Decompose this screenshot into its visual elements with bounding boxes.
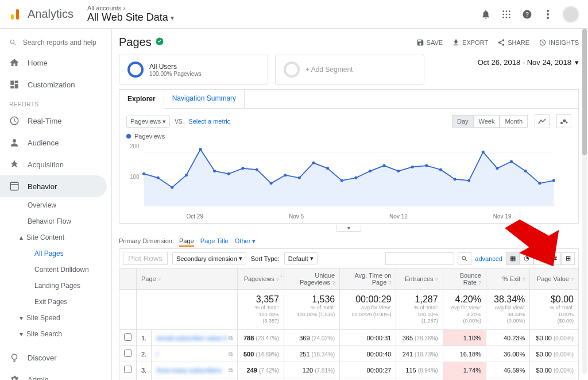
viz-table[interactable]: ▦: [506, 252, 520, 265]
viz-pivot[interactable]: ⊞: [561, 252, 575, 265]
table-search-input[interactable]: [385, 252, 454, 265]
table-row: 2. /⧉ 500(14.89%) 251(16.34%) 00:00:40 2…: [119, 346, 579, 362]
col-avgtime[interactable]: Avg. Time on Page ?: [340, 268, 396, 290]
svg-point-38: [270, 182, 273, 185]
advanced-link[interactable]: advanced: [475, 255, 502, 262]
add-segment[interactable]: + Add Segment: [275, 55, 424, 85]
dimension-page-title[interactable]: Page Title: [200, 237, 229, 244]
product-logo[interactable]: Analytics: [9, 7, 74, 21]
account-picker[interactable]: All accounts › All Web Site Data▾: [87, 5, 174, 24]
dimension-page[interactable]: Page: [179, 237, 194, 247]
sidebar-item-label: Behavior: [28, 182, 57, 191]
select-metric-link[interactable]: Select a metric: [188, 118, 230, 125]
external-link-icon[interactable]: ⧉: [229, 367, 233, 374]
person-icon: [9, 137, 20, 148]
col-value[interactable]: Page Value ?: [530, 268, 579, 290]
chart-line-toggle[interactable]: [535, 114, 550, 128]
sidebar-item-audience[interactable]: Audience: [0, 132, 107, 153]
apps-icon[interactable]: [501, 9, 512, 20]
date-range-picker[interactable]: Oct 26, 2018 - Nov 24, 2018▾: [478, 55, 579, 67]
sidebar-item-realtime[interactable]: Real-Time: [0, 110, 107, 132]
export-button[interactable]: EXPORT: [452, 39, 488, 47]
page-path-cell[interactable]: /⧉: [152, 346, 238, 362]
svg-point-32: [185, 174, 188, 176]
sidebar-sub-site-content[interactable]: ▴Site Content: [0, 229, 111, 245]
viz-pie[interactable]: ◔: [520, 252, 533, 265]
sort-type[interactable]: Default ▾: [284, 252, 318, 264]
sidebar-item-home[interactable]: Home: [0, 52, 107, 74]
col-exit[interactable]: % Exit ?: [486, 268, 529, 290]
viz-bar[interactable]: ☰: [533, 252, 547, 265]
chart-expand-handle[interactable]: ▾: [119, 223, 579, 232]
col-bounce[interactable]: Bounce Rate ?: [443, 268, 486, 290]
table-row: 3. /how-many-subscribers⧉ 249(7.42%) 120…: [119, 362, 579, 378]
svg-point-9: [506, 17, 508, 18]
sidebar-sub-flow[interactable]: Behavior Flow: [0, 213, 111, 229]
sidebar-item-acquisition[interactable]: Acquisition: [0, 153, 107, 175]
sidebar-sub-site-search[interactable]: ▾Site Search: [0, 326, 111, 342]
svg-point-47: [397, 170, 400, 172]
table-search-button[interactable]: [458, 252, 471, 265]
sidebar-sub-drilldown[interactable]: Content Drilldown: [0, 262, 111, 278]
svg-point-24: [560, 122, 563, 124]
chart-panel: Pageviews▾ VS. Select a metric Day Week …: [119, 108, 579, 224]
sidebar-item-label: Customization: [28, 80, 75, 89]
sidebar-item-label: Acquisition: [28, 160, 64, 169]
row-checkbox[interactable]: [124, 333, 131, 341]
col-page[interactable]: Page ?: [137, 268, 238, 290]
row-checkbox[interactable]: [124, 350, 131, 357]
tab-explorer[interactable]: Explorer: [119, 90, 164, 109]
segment-all-users[interactable]: All Users100.00% Pageviews: [119, 55, 268, 85]
insights-icon: [539, 39, 547, 47]
svg-point-46: [382, 164, 385, 167]
sidebar-item-admin[interactable]: Admin: [0, 369, 107, 380]
sidebar-sub-exit[interactable]: Exit Pages: [0, 294, 111, 310]
row-checkbox[interactable]: [124, 366, 131, 373]
period-week[interactable]: Week: [474, 115, 500, 128]
col-unique[interactable]: Unique Pageviews ?: [284, 268, 339, 290]
svg-point-29: [142, 172, 145, 175]
sidebar-item-label: Discover: [28, 354, 57, 362]
tab-navigation-summary[interactable]: Navigation Summary: [164, 90, 245, 108]
sidebar-item-discover[interactable]: Discover: [0, 347, 107, 369]
external-link-icon[interactable]: ⧉: [229, 335, 233, 341]
plot-rows-button[interactable]: Plot Rows: [123, 252, 168, 265]
dimension-other[interactable]: Other ▾: [235, 237, 256, 244]
svg-point-57: [538, 182, 541, 185]
search-input[interactable]: [23, 39, 102, 47]
save-button[interactable]: SAVE: [416, 39, 443, 47]
external-link-icon[interactable]: ⧉: [229, 351, 233, 358]
svg-point-41: [312, 162, 315, 164]
viz-compare[interactable]: ⇄: [547, 252, 561, 265]
avatar[interactable]: [563, 6, 579, 22]
period-month[interactable]: Month: [500, 115, 528, 128]
notifications-icon[interactable]: [480, 9, 492, 20]
col-entrances[interactable]: Entrances ?: [396, 268, 443, 290]
chart-motion-toggle[interactable]: [556, 114, 571, 128]
share-button[interactable]: SHARE: [497, 39, 529, 47]
sidebar-item-behavior[interactable]: Behavior: [0, 175, 107, 197]
secondary-dimension[interactable]: Secondary dimension ▾: [172, 252, 246, 264]
svg-point-21: [498, 41, 501, 44]
more-icon[interactable]: [542, 9, 554, 20]
page-path-cell[interactable]: /email-subscriber-value-2⧉: [152, 330, 238, 346]
breadcrumb: All accounts ›: [87, 5, 174, 11]
sidebar-sub-landing[interactable]: Landing Pages: [0, 278, 111, 294]
data-table: Page ? Pageviews ? Unique Pageviews ? Av…: [119, 268, 579, 380]
insights-button[interactable]: INSIGHTS: [539, 39, 579, 47]
metric-selector[interactable]: Pageviews▾: [126, 116, 170, 128]
help-icon[interactable]: ?: [521, 9, 533, 20]
page-path-cell[interactable]: /how-many-subscribers⧉: [152, 362, 238, 378]
sidebar-item-label: Audience: [28, 139, 59, 147]
page-path-cell[interactable]: /list-building-tactic-habit-app-to-get-e…: [152, 378, 238, 380]
sidebar-item-customization[interactable]: Customization: [0, 74, 107, 95]
period-day[interactable]: Day: [452, 115, 474, 128]
col-pageviews[interactable]: Pageviews ?: [237, 268, 284, 290]
svg-point-31: [171, 186, 173, 189]
sidebar-sub-site-speed[interactable]: ▾Site Speed: [0, 310, 111, 326]
chevron-down-icon: ▾: [575, 58, 579, 67]
sidebar-sub-all-pages[interactable]: All Pages: [0, 245, 111, 262]
sidebar-sub-overview[interactable]: Overview: [0, 197, 111, 213]
svg-rect-18: [10, 182, 18, 190]
search-reports[interactable]: [0, 33, 111, 52]
